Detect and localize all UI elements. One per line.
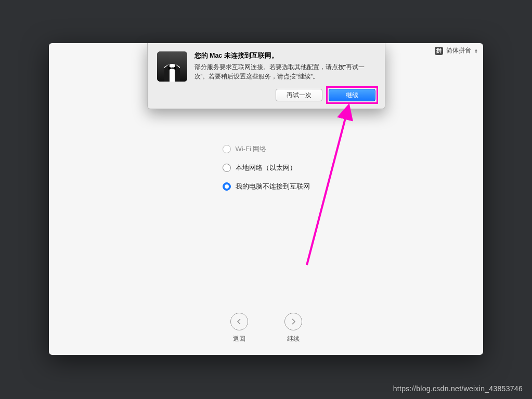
- back-label: 返回: [233, 335, 245, 343]
- back-button[interactable]: 返回: [230, 313, 248, 343]
- ime-label: 简体拼音: [446, 46, 471, 55]
- network-options: Wi-Fi 网络 本地网络（以太网） 我的电脑不连接到互联网: [223, 144, 310, 191]
- setup-assistant-icon: [157, 51, 187, 82]
- watermark-text: https://blog.csdn.net/weixin_43853746: [393, 384, 523, 393]
- continue-button-label: 继续: [346, 91, 358, 100]
- retry-button[interactable]: 再试一次: [276, 89, 322, 101]
- arrow-left-icon: [230, 313, 248, 330]
- retry-button-label: 再试一次: [287, 91, 312, 100]
- alert-sheet: 您的 Mac 未连接到互联网。 部分服务要求互联网连接。若要选取其他配置，请点按…: [147, 43, 385, 109]
- input-method-indicator[interactable]: 拼 简体拼音 ▲▼: [435, 46, 478, 55]
- radio-icon: [223, 182, 231, 191]
- radio-ethernet-label: 本地网络（以太网）: [236, 163, 296, 172]
- setup-assistant-window: 拼 简体拼音 ▲▼: [49, 43, 483, 355]
- ime-badge-icon: 拼: [435, 47, 443, 55]
- wizard-nav: 返回 继续: [49, 313, 483, 343]
- svg-point-1: [171, 67, 173, 69]
- radio-wifi[interactable]: Wi-Fi 网络: [223, 144, 310, 154]
- radio-no-internet[interactable]: 我的电脑不连接到互联网: [223, 182, 310, 191]
- radio-ethernet[interactable]: 本地网络（以太网）: [223, 163, 310, 172]
- continue-button[interactable]: 继续: [329, 89, 375, 101]
- alert-title: 您的 Mac 未连接到互联网。: [194, 51, 375, 60]
- next-button[interactable]: 继续: [284, 313, 302, 343]
- radio-icon: [223, 164, 231, 172]
- alert-body: 部分服务要求互联网连接。若要选取其他配置，请点按“再试一次”。若要稍后设置这些服…: [194, 63, 375, 82]
- radio-no-internet-label: 我的电脑不连接到互联网: [236, 182, 310, 191]
- radio-icon: [223, 145, 231, 153]
- arrow-right-icon: [284, 313, 302, 330]
- updown-icon: ▲▼: [474, 48, 478, 54]
- radio-wifi-label: Wi-Fi 网络: [236, 144, 267, 154]
- next-label: 继续: [287, 335, 300, 343]
